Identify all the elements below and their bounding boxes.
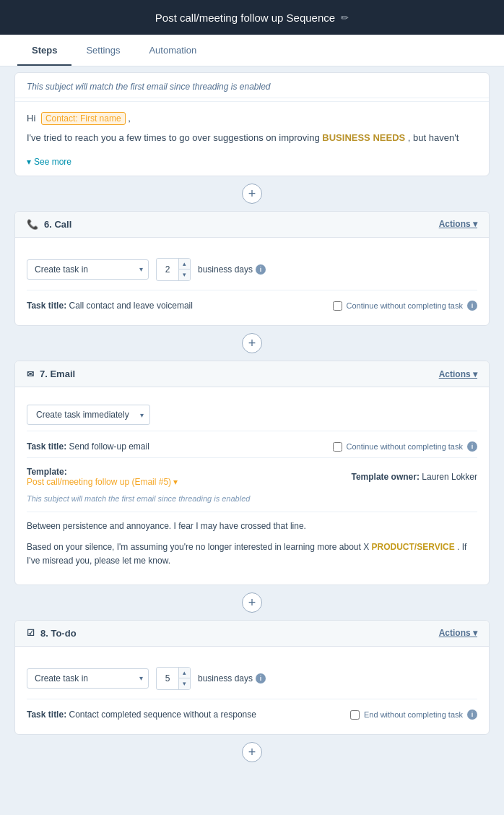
step-6-task-title-value: Call contact and leave voicemail [69, 301, 192, 311]
step-8-form-row: Create task in Create task immediately ▾… [27, 658, 477, 697]
step-7-continue-checkbox[interactable] [333, 442, 342, 452]
tab-steps[interactable]: Steps [17, 35, 71, 66]
step-7-task-type-label: Create task immediately [36, 410, 129, 420]
tab-automation[interactable]: Automation [134, 35, 211, 66]
tab-settings[interactable]: Settings [71, 35, 134, 66]
step-7-checkbox-label: Continue without completing task [347, 442, 463, 451]
step-7-body: Create task immediately ▾ Task title: Se… [15, 387, 489, 585]
step-7-header-left: ✉ 7. Email [27, 368, 75, 379]
partial-email-card: This subject will match the first email … [14, 72, 490, 176]
step-7-template-link[interactable]: Post call/meeting follow up (Email #5) ▾ [27, 477, 178, 487]
step-6-continue-checkbox[interactable] [333, 301, 342, 311]
add-step-button-4[interactable]: + [242, 742, 262, 762]
step-6-info-icon[interactable]: i [256, 264, 266, 275]
step-7-actions[interactable]: Actions ▾ [439, 369, 477, 379]
step-6-body: Create task in Create task immediately ▾… [15, 238, 489, 326]
step-6-checkbox-info[interactable]: i [467, 301, 477, 311]
step-8-checkbox-row: End without completing task i [350, 710, 477, 720]
step-8-task-type-select[interactable]: Create task in Create task immediately [27, 668, 149, 689]
partial-email-body: I've tried to reach you a few times to g… [15, 128, 489, 154]
add-step-3: + [14, 585, 490, 620]
step-6-checkbox-label: Continue without completing task [347, 301, 463, 310]
step-6-task-type-select[interactable]: Create task in Create task immediately [27, 259, 149, 280]
step-7-task-title-value: Send follow-up email [69, 441, 149, 452]
add-step-button-1[interactable]: + [242, 184, 262, 204]
step-7-task-type-dropdown[interactable]: Create task immediately ▾ [27, 405, 150, 425]
step-7-template-owner: Template owner: Lauren Lokker [351, 472, 477, 482]
step-6-days-input: 2 ▴ ▾ [156, 258, 191, 282]
step-8-task-type-wrapper: Create task in Create task immediately ▾ [27, 668, 149, 689]
tab-bar: Steps Settings Automation [0, 35, 504, 66]
step-8-decrement[interactable]: ▾ [179, 678, 190, 689]
step-8-days-value: 5 [157, 670, 178, 687]
step-6-header: 📞 6. Call Actions ▾ [15, 212, 489, 238]
phone-icon: 📞 [27, 219, 38, 230]
app-header: Post call/meeting follow up Sequence ✏ [0, 0, 504, 35]
add-step-4: + [14, 735, 490, 769]
step-8-steppers: ▴ ▾ [178, 668, 190, 690]
step-7-subject-note: This subject will match the first email … [27, 490, 477, 509]
step-8-days-input: 5 ▴ ▾ [156, 667, 191, 691]
step-6-label: 6. Call [44, 219, 71, 230]
step-8-card: ☑ 8. To-do Actions ▾ Create task in Crea… [14, 620, 490, 736]
step-6-steppers: ▴ ▾ [178, 259, 190, 281]
step-7-email-line2-block: Based on your silence, I'm assuming you'… [27, 540, 477, 568]
step-8-increment[interactable]: ▴ [179, 668, 190, 679]
step-7-email-line1: Between persistence and annoyance. I fea… [27, 519, 477, 533]
header-title: Post call/meeting follow up Sequence [155, 12, 335, 24]
see-more-button[interactable]: ▾ See more [15, 154, 489, 176]
step-6-days-label: business days i [198, 264, 266, 275]
step-7-dropdown-arrow: ▾ [140, 411, 144, 419]
step-6-increment[interactable]: ▴ [179, 259, 190, 270]
step-6-checkbox-row: Continue without completing task i [333, 301, 477, 311]
edit-icon[interactable]: ✏ [341, 12, 349, 23]
main-content: This subject will match the first email … [0, 72, 504, 784]
step-7-header: ✉ 7. Email Actions ▾ [15, 361, 489, 387]
email-greeting: Hi Contact: First name , [15, 105, 489, 128]
add-step-button-3[interactable]: + [242, 592, 262, 613]
step-7-email-content: Between persistence and annoyance. I fea… [27, 515, 477, 573]
add-step-1: + [14, 176, 490, 211]
add-step-button-2[interactable]: + [242, 333, 262, 353]
step-8-end-checkbox[interactable] [350, 710, 360, 720]
step-7-task-title: Task title: Send follow-up email [27, 441, 149, 452]
step-8-body: Create task in Create task immediately ▾… [15, 647, 489, 735]
step-7-card: ✉ 7. Email Actions ▾ Create task immedia… [14, 361, 490, 585]
step-6-decrement[interactable]: ▾ [179, 269, 190, 280]
step-8-actions[interactable]: Actions ▾ [439, 628, 477, 638]
step-6-days-value: 2 [157, 261, 178, 278]
email-threading-note: This subject will match the first email … [15, 73, 489, 98]
add-step-2: + [14, 326, 490, 361]
step-8-days-label: business days i [198, 673, 266, 684]
step-8-checkbox-label: End without completing task [364, 710, 463, 719]
step-7-checkbox-info[interactable]: i [467, 441, 477, 452]
step-6-task-title: Task title: Call contact and leave voice… [27, 301, 193, 311]
email-icon: ✉ [27, 369, 34, 379]
step-8-task-title-row: Task title: Contact completed sequence w… [27, 702, 477, 723]
step-8-header: ☑ 8. To-do Actions ▾ [15, 621, 489, 647]
step-7-checkbox-row: Continue without completing task i [333, 441, 477, 452]
step-8-checkbox-info[interactable]: i [467, 710, 477, 720]
step-6-header-left: 📞 6. Call [27, 219, 71, 230]
step-6-form-row: Create task in Create task immediately ▾… [27, 249, 477, 288]
step-8-header-left: ☑ 8. To-do [27, 628, 77, 639]
step-6-task-type-wrapper: Create task in Create task immediately ▾ [27, 259, 149, 280]
todo-icon: ☑ [27, 628, 35, 638]
contact-firstname-tag: Contact: First name [41, 112, 126, 125]
step-7-template-label: Template: Post call/meeting follow up (E… [27, 467, 178, 487]
step-8-info-icon[interactable]: i [256, 673, 266, 684]
step-7-label: 7. Email [40, 368, 75, 379]
step-8-task-title-value: Contact completed sequence without a res… [69, 710, 256, 720]
step-7-template-row: Template: Post call/meeting follow up (E… [27, 461, 477, 490]
step-8-task-title: Task title: Contact completed sequence w… [27, 710, 256, 720]
step-7-product-highlight: PRODUCT/SERVICE [372, 542, 455, 552]
step-6-card: 📞 6. Call Actions ▾ Create task in Creat… [14, 211, 490, 327]
step-7-task-title-row: Task title: Send follow-up email Continu… [27, 434, 477, 454]
step-6-actions[interactable]: Actions ▾ [439, 219, 477, 229]
step-8-label: 8. To-do [40, 628, 77, 639]
step-6-task-title-row: Task title: Call contact and leave voice… [27, 293, 477, 314]
